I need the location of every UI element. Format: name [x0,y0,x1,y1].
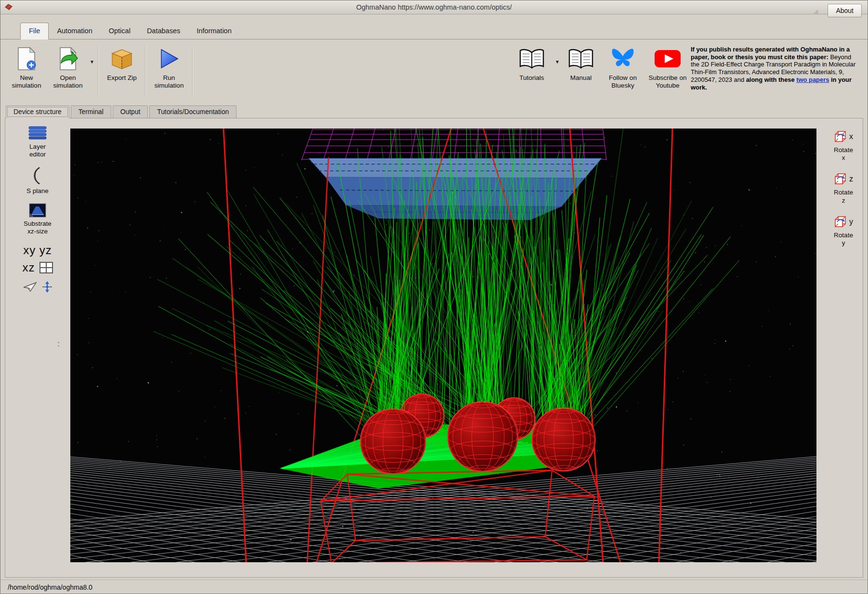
four-pane-grid-icon[interactable] [39,262,53,273]
rotate-z-label: Rotate z [831,189,855,204]
tab-terminal[interactable]: Terminal [71,105,111,118]
tab-output[interactable]: Output [113,105,148,118]
rotate-y-axis-label: y [849,218,853,226]
notebook-tabs: Device structure Terminal Output Tutoria… [6,105,237,118]
bluesky-butterfly-icon [610,46,635,72]
window-title: OghmaNano https://www.oghma-nano.com/opt… [0,3,868,11]
layer-editor-button[interactable]: Layer editor [22,126,53,158]
open-dropdown-icon[interactable]: ▼ [89,59,95,65]
statusbar: /home/rod/oghma/oghma8.0 [0,580,868,594]
paper-plane-icon[interactable] [23,281,37,293]
s-plane-label: S plane [22,187,53,195]
manual-button[interactable]: Manual [561,44,601,82]
citation-bold-mid: along with these [746,76,797,83]
new-simulation-label: New simulation [6,74,47,89]
menu-tab-file[interactable]: File [20,23,49,39]
xy-yz-label[interactable]: xy yz [23,244,52,257]
toolbar-separator [145,46,146,97]
citation-text: If you publish results generated with Og… [691,44,860,91]
tab-device-structure[interactable]: Device structure [6,105,69,118]
fit-height-icon[interactable] [41,281,53,293]
menu-tab-information[interactable]: Information [188,23,240,39]
rotate-cube-icon [834,215,847,229]
toolbar-separator [192,46,193,97]
about-button[interactable]: About [828,4,862,17]
toolbar-separator [98,46,99,97]
s-plane-icon [31,167,44,185]
rotate-x-axis-label: x [849,132,853,141]
run-simulation-label: Run simulation [148,74,190,89]
new-document-icon [16,46,37,72]
left-sidebar: Layer editor S plane Substrate xz-size x… [6,126,69,299]
rotate-x-button[interactable]: x Rotate x [831,130,855,162]
run-simulation-button[interactable]: Run simulation [148,44,190,89]
export-zip-label: Export Zip [107,74,137,82]
rotate-y-label: Rotate y [831,232,855,247]
tutorials-dropdown-icon[interactable]: ▼ [554,59,561,65]
titlebar: OghmaNano https://www.oghma-nano.com/opt… [0,0,868,14]
tutorials-label: Tutorials [519,74,544,82]
substrate-xz-size-label: Substrate xz-size [22,220,53,235]
youtube-button[interactable]: Subscribe on Youtube [644,44,691,89]
xz-label[interactable]: xz [23,261,35,274]
tutorials-button[interactable]: Tutorials [510,44,554,82]
app-icon [4,3,13,11]
manual-label: Manual [570,74,592,82]
open-simulation-label: Open simulation [47,74,89,89]
export-zip-button[interactable]: Export Zip [101,44,143,82]
tab-tutorials-documentation[interactable]: Tutorials/Documentation [149,105,237,118]
view-xz-row: xz [23,261,53,274]
bluesky-button[interactable]: Follow on Bluesky [601,44,644,89]
rotate-cube-icon [834,130,847,143]
current-path: /home/rod/oghma/oghma8.0 [8,583,92,591]
view-tools-row [23,281,53,293]
open-simulation-button[interactable]: Open simulation [47,44,89,89]
bluesky-label: Follow on Bluesky [601,74,644,89]
open-document-icon [57,46,79,72]
zip-box-icon [110,46,133,72]
new-simulation-button[interactable]: New simulation [6,44,47,89]
menubar: File Automation Optical Databases Inform… [0,17,868,39]
book-icon [568,46,594,72]
rotate-x-label: Rotate x [831,146,855,162]
resize-grip-icon: ◢ [813,8,818,15]
play-icon [158,46,180,72]
two-papers-link[interactable]: two papers [796,76,829,83]
pane-resize-handle[interactable] [57,342,60,350]
youtube-label: Subscribe on Youtube [644,74,691,89]
layers-icon [28,126,47,141]
rotate-z-button[interactable]: z Rotate z [831,172,855,204]
toolbar: New simulation Open simulation ▼ Export … [0,40,868,104]
citation-bold-intro: If you publish results generated with Og… [691,46,850,61]
substrate-thumbnail-icon [29,203,46,218]
view-xy-yz-buttons[interactable]: xy yz [23,244,52,257]
layer-editor-label: Layer editor [22,143,53,158]
rotate-y-button[interactable]: y Rotate y [831,215,855,247]
menu-tab-optical[interactable]: Optical [101,23,139,39]
3d-viewport[interactable] [70,129,816,562]
rotate-z-axis-label: z [849,175,853,183]
youtube-icon [654,46,681,72]
book-icon [519,46,545,72]
view-rotate-controls: x Rotate x z Rotate z y [822,130,865,258]
menu-tab-databases[interactable]: Databases [139,23,188,39]
rotate-cube-icon [834,172,847,186]
s-plane-button[interactable]: S plane [22,167,53,195]
substrate-xz-size-button[interactable]: Substrate xz-size [22,203,53,235]
menu-tab-automation[interactable]: Automation [49,23,100,39]
